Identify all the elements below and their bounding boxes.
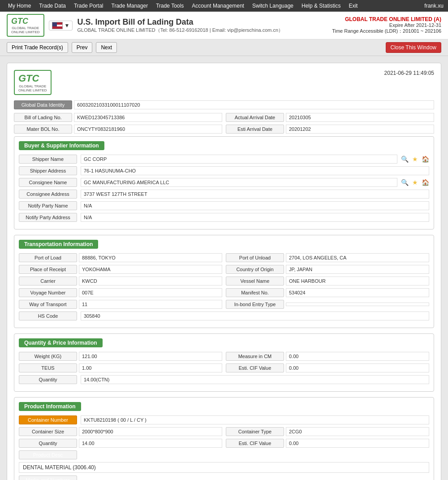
carrier-row: Carrier KWCD Vessel Name ONE HARBOUR [19, 277, 429, 285]
user-name: frank.xu [424, 3, 444, 9]
container-type-label: Container Type [226, 427, 284, 436]
shipper-address-label: Shipper Address [19, 166, 77, 175]
consignee-home-icon[interactable]: 🏠 [422, 179, 429, 186]
nav-my-home[interactable]: My Home [4, 1, 34, 11]
nav-trade-tools[interactable]: Trade Tools [152, 1, 187, 11]
company-name: GLOBAL TRADE ONLINE LIMITED (A) [332, 16, 441, 22]
product-quantity-value: 14.00 [79, 439, 222, 448]
record-logo-box: GTC GLOBAL TRADEONLINE LIMITED [14, 70, 52, 95]
in-bond-entry-value [286, 303, 429, 306]
place-of-receipt-row: Place of Receipt YOKOHAMA Country of Ori… [19, 265, 429, 274]
voyage-number-label: Voyage Number [19, 288, 77, 297]
us-flag [52, 22, 63, 29]
quantity-value: 14.00(CTN) [81, 375, 429, 384]
record-logo-text: GTC [18, 73, 39, 84]
shipper-name-row: Shipper Name GC CORP 🔍 ★ 🏠 [19, 155, 429, 164]
record-logo: GTC GLOBAL TRADEONLINE LIMITED [14, 70, 52, 95]
quantity-price-title: Quantity & Price Information [19, 338, 103, 347]
transportation-title: Transportation Information [19, 240, 98, 249]
master-bol-col: Mater BOL No. ONCYTY0832181960 [14, 125, 222, 134]
time-range-info: Time Range Accessible (LDR)：201001 ~ 202… [332, 28, 441, 35]
bol-col: Bill of Lading No. KWED123045713386 [14, 113, 222, 122]
shipper-search-icon[interactable]: 🔍 [401, 156, 409, 163]
nav-trade-portal[interactable]: Trade Portal [70, 1, 107, 11]
vessel-name-value: ONE HARBOUR [286, 277, 429, 285]
shipper-address-value: 76-1 HASUNUMA-CHO [81, 166, 429, 175]
global-data-identity-value: 60032021033100011107020 [74, 100, 434, 109]
record-header: GTC GLOBAL TRADEONLINE LIMITED 2021-06-2… [14, 70, 434, 95]
bol-value: KWED123045713386 [74, 113, 222, 122]
consignee-star-icon[interactable]: ★ [412, 179, 418, 186]
logo: GTC GLOBAL TRADEONLINE LIMITED [7, 14, 44, 37]
place-of-receipt-label: Place of Receipt [19, 265, 77, 274]
measure-value: 0.00 [286, 352, 429, 361]
product-quantity-label: Quantity [19, 439, 77, 448]
header-title-block: U.S. Import Bill of Lading Data GLOBAL T… [77, 17, 283, 34]
flag-selector[interactable]: ▼ [49, 21, 73, 30]
container-number-label: Container Number [19, 415, 77, 424]
container-size-label: Container Size [19, 427, 77, 436]
esti-cif-value: 0.00 [286, 363, 429, 372]
toolbar-right: Close This Window [386, 42, 441, 53]
prev-button-top[interactable]: Prev [72, 42, 93, 53]
shipper-home-icon[interactable]: 🏠 [422, 156, 429, 163]
actual-arrival-label: Actual Arrival Date [226, 113, 284, 122]
top-nav: My Home Trade Data Trade Portal Trade Ma… [0, 0, 448, 12]
way-of-transport-row: Way of Transport 11 In-bond Entry Type [19, 300, 429, 309]
nav-help-statistics[interactable]: Help & Statistics [298, 1, 344, 11]
way-of-transport-value: 11 [79, 300, 222, 309]
nav-trade-data[interactable]: Trade Data [35, 1, 69, 11]
marks-numbers-label: Marks and Numbers [19, 476, 77, 480]
next-button-top[interactable]: Next [96, 42, 117, 53]
notify-party-name-row: Notify Party Name N/A [19, 201, 429, 210]
transportation-section: Transportation Information Port of Load … [14, 235, 434, 328]
weight-label: Weight (KG) [19, 352, 77, 361]
nav-trade-manager[interactable]: Trade Manager [108, 1, 152, 11]
container-size-value: 2000*800*900 [79, 427, 222, 436]
nav-switch-language[interactable]: Switch Language [249, 1, 297, 11]
actual-arrival-col: Actual Arrival Date 20210305 [226, 113, 434, 122]
carrier-label: Carrier [19, 277, 77, 285]
voyage-row: Voyage Number 007E Manifest No. 534024 [19, 288, 429, 297]
quantity-price-section: Quantity & Price Information Weight (KG)… [14, 333, 434, 392]
bol-label: Bill of Lading No. [14, 113, 72, 122]
esti-cif-label: Esti. CIF Value [226, 363, 284, 372]
product-desc-value: DENTAL MATERIAL (3006.40) [19, 462, 429, 473]
main-content: GTC GLOBAL TRADEONLINE LIMITED 2021-06-2… [0, 56, 448, 480]
close-button-top[interactable]: Close This Window [386, 42, 441, 53]
teus-row: TEUS 1.00 Esti. CIF Value 0.00 [19, 363, 429, 372]
in-bond-entry-label: In-bond Entry Type [226, 300, 284, 309]
esti-arrival-value: 20201202 [286, 125, 434, 134]
product-title: Product Information [19, 402, 81, 411]
country-of-origin-label: Country of Origin [226, 265, 284, 274]
page-subtitle: GLOBAL TRADE ONLINE LIMITED（Tel: 86-512-… [77, 27, 283, 34]
print-button-top[interactable]: Print Trade Record(s) [7, 42, 68, 53]
notify-party-name-value: N/A [81, 201, 429, 210]
consignee-address-label: Consignee Address [19, 190, 77, 199]
logo-text: GTC [11, 17, 28, 26]
esti-arrival-col: Esti Arrival Date 20201202 [226, 125, 434, 134]
port-of-load-value: 88886, TOKYO [79, 253, 222, 262]
teus-label: TEUS [19, 363, 77, 372]
consignee-address-value: 3737 WEST 127TH STREET [81, 190, 429, 199]
port-of-load-label: Port of Load [19, 253, 77, 262]
measure-label: Measure in CM [226, 352, 284, 361]
master-bol-row: Mater BOL No. ONCYTY0832181960 Esti Arri… [14, 125, 434, 134]
nav-exit[interactable]: Exit [345, 1, 361, 11]
nav-account-management[interactable]: Account Management [188, 1, 248, 11]
notify-party-address-value: N/A [81, 213, 429, 222]
product-desc-row: Product Desc [19, 450, 429, 459]
product-esti-cif-label: Esti. CIF Value [226, 439, 284, 448]
quantity-label: Quantity [19, 375, 77, 384]
hs-code-value: 305840 [81, 311, 429, 320]
port-of-load-row: Port of Load 88886, TOKYO Port of Unload… [19, 253, 429, 262]
header-right: GLOBAL TRADE ONLINE LIMITED (A) Expire A… [332, 16, 441, 35]
esti-arrival-label: Esti Arrival Date [226, 125, 284, 134]
consignee-search-icon[interactable]: 🔍 [401, 179, 409, 186]
teus-value: 1.00 [79, 363, 222, 372]
notify-party-address-label: Notify Party Address [19, 213, 77, 222]
vessel-name-label: Vessel Name [226, 277, 284, 285]
consignee-name-row: Consignee Name GC MANUFACTURING AMERICA … [19, 178, 429, 187]
header-left: GTC GLOBAL TRADEONLINE LIMITED ▼ U.S. Im… [7, 14, 283, 37]
shipper-star-icon[interactable]: ★ [412, 156, 418, 163]
